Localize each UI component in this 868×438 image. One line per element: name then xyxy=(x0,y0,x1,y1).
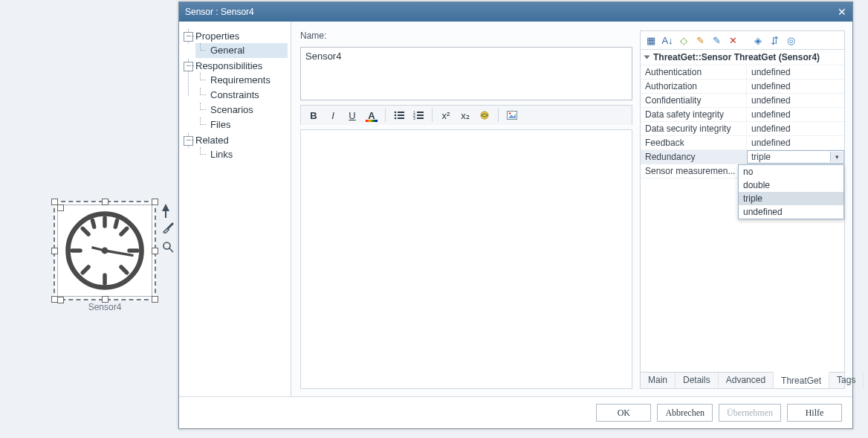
resize-handle[interactable] xyxy=(152,199,158,205)
underline-button[interactable]: U xyxy=(344,108,360,123)
brush-icon[interactable] xyxy=(162,222,174,234)
prop-row-confidentiality[interactable]: Confidentiality undefined xyxy=(641,94,844,108)
tree-node-constraints[interactable]: Constraints xyxy=(195,88,288,103)
cancel-button[interactable]: Abbrechen xyxy=(657,404,713,422)
title-bar[interactable]: Sensor : Sensor4 ✕ xyxy=(179,2,852,22)
tree-node-properties[interactable]: − Properties General xyxy=(184,29,288,59)
subscript-button[interactable]: x₂ xyxy=(457,108,473,123)
tree-node-requirements[interactable]: Requirements xyxy=(195,73,288,88)
name-label: Name: xyxy=(300,30,632,41)
prop-row-authorization[interactable]: Authorization undefined xyxy=(641,80,844,94)
svg-rect-23 xyxy=(417,112,424,113)
hyperlink-button[interactable] xyxy=(476,108,493,123)
window-title: Sensor : Sensor4 xyxy=(185,7,838,17)
svg-point-14 xyxy=(163,242,170,249)
dropdown-option[interactable]: no xyxy=(739,165,843,178)
tab-main[interactable]: Main xyxy=(641,373,676,388)
tree-node-related[interactable]: − Related Links xyxy=(184,133,288,163)
font-color-button[interactable]: A xyxy=(363,108,380,123)
tab-advanced[interactable]: Advanced xyxy=(719,373,774,388)
tag-add-icon[interactable]: ◇ xyxy=(677,33,690,47)
tab-details[interactable]: Details xyxy=(676,373,719,388)
svg-point-31 xyxy=(509,112,511,115)
node-label: Sensor4 xyxy=(54,302,156,312)
gauge-icon xyxy=(64,210,146,292)
magnifier-icon[interactable] xyxy=(162,241,174,253)
svg-line-7 xyxy=(121,228,127,234)
prop-row-data-security[interactable]: Data security integrity undefined xyxy=(641,122,844,136)
svg-rect-27 xyxy=(417,117,424,119)
dropdown-option[interactable]: triple xyxy=(739,192,843,205)
resize-handle[interactable] xyxy=(51,248,58,254)
tree-node-scenarios[interactable]: Scenarios xyxy=(195,103,288,117)
resize-handle[interactable] xyxy=(51,296,58,303)
resize-handle[interactable] xyxy=(152,296,158,303)
svg-rect-17 xyxy=(398,112,404,113)
sort-icon[interactable]: A↓ xyxy=(661,33,674,47)
label-icon[interactable]: ◈ xyxy=(751,33,765,47)
svg-line-11 xyxy=(115,220,117,227)
property-toolbar: ▦ A↓ ◇ ✎ ✎ ✕ ◈ ⇵ ◎ xyxy=(641,31,844,50)
svg-line-13 xyxy=(91,248,105,251)
delete-icon[interactable]: ✕ xyxy=(726,33,739,47)
svg-line-8 xyxy=(82,267,88,273)
collapse-icon[interactable] xyxy=(644,56,650,59)
insert-image-button[interactable] xyxy=(504,108,520,123)
svg-line-10 xyxy=(93,220,94,227)
svg-rect-25 xyxy=(417,115,424,116)
number-list-button[interactable]: 123 xyxy=(410,108,427,123)
categorize-icon[interactable]: ▦ xyxy=(644,33,658,47)
expand-toggle[interactable]: − xyxy=(184,32,193,42)
svg-point-18 xyxy=(395,115,397,117)
bullet-list-button[interactable] xyxy=(391,108,407,123)
tag-edit-icon[interactable]: ✎ xyxy=(693,33,707,47)
dropdown-button[interactable]: ▾ xyxy=(830,152,843,162)
tab-threatget[interactable]: ThreatGet xyxy=(774,372,829,388)
property-tabs: Main Details Advanced ThreatGet Tags xyxy=(641,372,844,388)
diagram-node[interactable]: Sensor4 xyxy=(54,201,156,312)
property-category[interactable]: ThreatGet::Sensor ThreatGet (Sensor4) xyxy=(641,50,844,65)
svg-line-6 xyxy=(82,228,88,234)
notes-editor[interactable] xyxy=(300,129,632,389)
ok-button[interactable]: OK xyxy=(596,404,651,422)
tree-node-responsibilities[interactable]: − Responsibilities Requirements Constrai… xyxy=(184,59,288,133)
resize-handle[interactable] xyxy=(102,199,108,205)
close-icon[interactable]: ✕ xyxy=(838,6,846,18)
svg-rect-19 xyxy=(398,115,404,116)
bold-button[interactable]: B xyxy=(305,108,322,123)
tree-node-files[interactable]: Files xyxy=(195,117,288,132)
prop-row-redundancy[interactable]: Redundancy triple ▾ xyxy=(641,150,844,164)
name-input[interactable]: Sensor4 xyxy=(300,47,632,100)
sensor-dialog: Sensor : Sensor4 ✕ − Properties General … xyxy=(178,1,853,429)
help-button[interactable]: Hilfe xyxy=(787,404,842,422)
note-icon[interactable]: ✎ xyxy=(710,33,723,47)
prop-row-feedback[interactable]: Feedback undefined xyxy=(641,136,844,150)
prop-row-data-safety[interactable]: Data safety integrity undefined xyxy=(641,108,844,122)
expand-toggle[interactable]: − xyxy=(184,62,193,71)
target-icon[interactable]: ◎ xyxy=(784,33,797,47)
resize-handle[interactable] xyxy=(51,199,58,205)
svg-text:3: 3 xyxy=(413,116,415,120)
svg-line-9 xyxy=(121,267,127,273)
property-panel: ▦ A↓ ◇ ✎ ✎ ✕ ◈ ⇵ ◎ ThreatGet::Sensor Thr… xyxy=(640,30,845,389)
quicklink-up-icon[interactable] xyxy=(162,201,174,214)
structured-icon[interactable]: ⇵ xyxy=(768,33,781,47)
dropdown-option[interactable]: double xyxy=(739,178,843,192)
svg-line-15 xyxy=(169,248,173,252)
richtext-toolbar: B I U A 123 x² x₂ xyxy=(300,105,632,125)
expand-toggle[interactable]: − xyxy=(184,136,193,146)
tree-node-general[interactable]: General xyxy=(195,43,288,58)
italic-button[interactable]: I xyxy=(325,108,341,123)
dropdown-option[interactable]: undefined xyxy=(739,205,843,219)
svg-point-16 xyxy=(395,112,397,114)
prop-row-authentication[interactable]: Authentication undefined xyxy=(641,65,844,80)
superscript-button[interactable]: x² xyxy=(438,108,454,123)
resize-handle[interactable] xyxy=(102,296,108,303)
apply-button[interactable]: Übernehmen xyxy=(719,404,781,422)
redundancy-dropdown[interactable]: no double triple undefined xyxy=(738,164,844,219)
svg-point-20 xyxy=(395,117,397,120)
resize-handle[interactable] xyxy=(152,248,158,254)
tab-tags[interactable]: Tags xyxy=(829,373,864,388)
tree-node-links[interactable]: Links xyxy=(195,147,288,162)
dialog-button-bar: OK Abbrechen Übernehmen Hilfe xyxy=(179,396,852,428)
